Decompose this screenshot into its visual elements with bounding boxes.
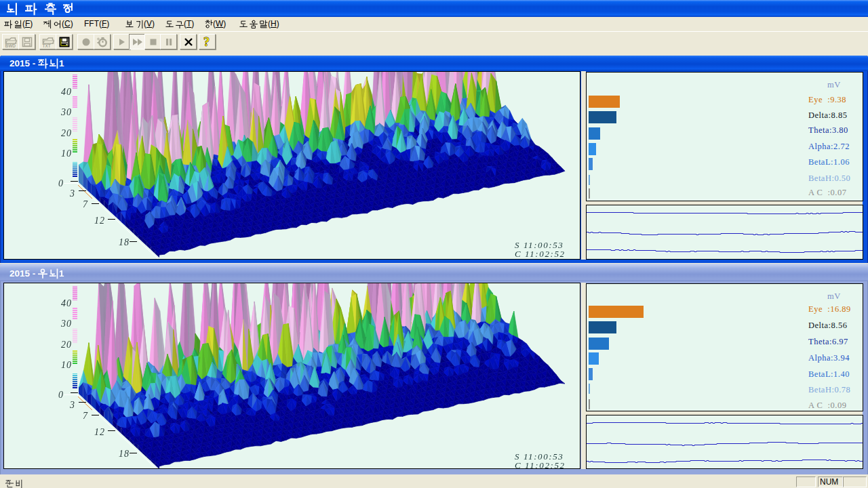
svg-text:TXT: TXT [42,43,50,47]
svg-text:?: ? [203,35,210,48]
svg-text:BWD: BWD [5,43,16,47]
